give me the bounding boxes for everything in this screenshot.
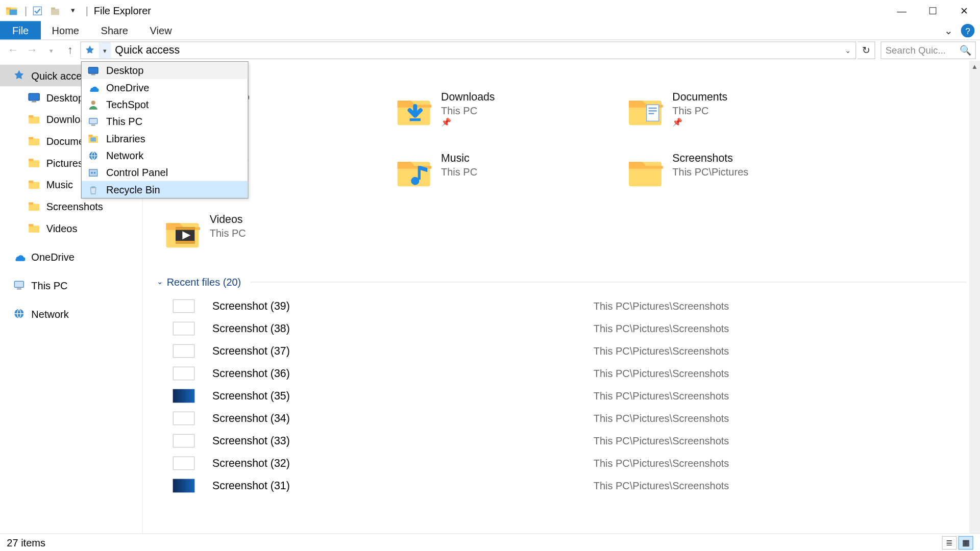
view-large-icons-button[interactable]: ▦ [958, 536, 973, 549]
frequent-folders-grid: Desktop This PC 📌 Downloads This PC 📌 Do… [163, 88, 912, 272]
svg-rect-27 [29, 160, 39, 167]
frequent-folder-documents[interactable]: Documents This PC 📌 [626, 88, 830, 149]
tab-share[interactable]: Share [90, 21, 139, 39]
dropdown-item-desktop[interactable]: Desktop [82, 62, 248, 79]
file-thumbnail [173, 299, 195, 313]
file-thumbnail [173, 321, 195, 335]
qat-customize-icon[interactable]: ▾ [65, 3, 80, 18]
status-item-count: 27 items [7, 537, 45, 548]
nav-forward-button[interactable]: → [23, 41, 41, 59]
maximize-button[interactable]: ☐ [917, 0, 948, 21]
address-dropdown-button[interactable]: ▾ [99, 42, 111, 59]
search-box[interactable]: Search Quic... 🔍 [880, 41, 976, 59]
qat-properties-icon[interactable] [30, 3, 45, 18]
network-icon [87, 149, 100, 162]
frequent-folder-downloads[interactable]: Downloads This PC 📌 [395, 88, 599, 149]
frequent-folder-screenshots[interactable]: Screenshots This PC\Pictures [626, 149, 830, 211]
svg-rect-36 [17, 288, 21, 290]
folder-icon [27, 156, 41, 169]
file-location: This PC\Pictures\Screenshots [594, 412, 729, 424]
file-location: This PC\Pictures\Screenshots [594, 480, 729, 491]
address-bar[interactable]: ▾ Quick access ⌄ DesktopOneDriveTechSpot… [80, 41, 856, 59]
svg-rect-34 [29, 224, 33, 227]
file-name: Screenshot (35) [212, 389, 594, 402]
frequent-folder-videos[interactable]: Videos This PC [163, 211, 368, 272]
dropdown-item-label: Network [106, 149, 143, 161]
network-icon [12, 307, 26, 320]
recent-file-row[interactable]: Screenshot (37) This PC\Pictures\Screens… [163, 339, 980, 362]
recent-file-row[interactable]: Screenshot (31) This PC\Pictures\Screens… [163, 474, 980, 496]
svg-rect-6 [88, 67, 98, 73]
recent-file-row[interactable]: Screenshot (36) This PC\Pictures\Screens… [163, 362, 980, 384]
recent-files-header[interactable]: ⌄ Recent files (20) [157, 276, 980, 288]
file-menu[interactable]: File [0, 21, 41, 39]
recent-file-row[interactable]: Screenshot (38) This PC\Pictures\Screens… [163, 317, 980, 339]
svg-rect-5 [51, 7, 55, 9]
qat-newfolder-icon[interactable] [47, 3, 62, 18]
address-history-button[interactable]: ⌄ [841, 46, 855, 55]
ribbon: File Home Share View ⌄ ? [0, 21, 980, 40]
recent-file-row[interactable]: Screenshot (35) This PC\Pictures\Screens… [163, 384, 980, 407]
frequent-folder-music[interactable]: Music This PC [395, 149, 599, 211]
folder-location: This PC\Pictures [672, 166, 748, 178]
ribbon-expand-button[interactable]: ⌄ [939, 21, 958, 39]
svg-rect-8 [91, 74, 95, 75]
minimize-button[interactable]: — [886, 0, 917, 21]
dropdown-item-onedrive[interactable]: OneDrive [82, 79, 248, 96]
file-name: Screenshot (34) [212, 412, 594, 424]
help-button[interactable]: ? [961, 24, 975, 38]
search-icon: 🔍 [960, 45, 971, 56]
svg-rect-11 [91, 124, 95, 126]
folder-icon [27, 199, 41, 213]
refresh-button[interactable]: ↻ [857, 41, 875, 59]
file-location: This PC\Pictures\Screenshots [594, 345, 729, 357]
dropdown-item-label: TechSpot [106, 98, 149, 110]
tab-view[interactable]: View [139, 21, 183, 39]
close-button[interactable]: ✕ [949, 0, 980, 21]
dropdown-item-recycle-bin[interactable]: Recycle Bin [82, 181, 248, 198]
svg-rect-14 [90, 137, 96, 141]
svg-rect-13 [88, 134, 92, 136]
vertical-scrollbar[interactable]: ▲ [969, 61, 980, 551]
nav-item-label: Desktop [46, 91, 84, 103]
dropdown-item-techspot[interactable]: TechSpot [82, 96, 248, 113]
nav-item-videos[interactable]: Videos [0, 217, 142, 239]
nav-up-button[interactable]: ↑ [61, 41, 79, 59]
address-row: ← → ▾ ↑ ▾ Quick access ⌄ DesktopOneDrive… [0, 40, 980, 61]
nav-item-network[interactable]: Network [0, 303, 142, 324]
svg-rect-19 [91, 186, 95, 188]
nav-item-this-pc[interactable]: This PC [0, 274, 142, 296]
dropdown-item-label: Control Panel [106, 167, 168, 179]
nav-item-label: Pictures [46, 157, 83, 168]
tab-home[interactable]: Home [41, 21, 90, 39]
address-dropdown[interactable]: DesktopOneDriveTechSpotThis PCLibrariesN… [81, 61, 249, 198]
file-thumbnail [173, 479, 195, 492]
svg-rect-23 [29, 117, 39, 124]
dropdown-item-this-pc[interactable]: This PC [82, 113, 248, 130]
star-icon [12, 69, 26, 83]
recent-file-row[interactable]: Screenshot (32) This PC\Pictures\Screens… [163, 452, 980, 474]
recent-file-row[interactable]: Screenshot (39) This PC\Pictures\Screens… [163, 294, 980, 317]
svg-rect-16 [89, 169, 97, 176]
nav-item-onedrive[interactable]: OneDrive [0, 245, 142, 267]
svg-rect-33 [29, 226, 39, 233]
nav-item-label: This PC [31, 279, 67, 291]
thispc-icon [12, 278, 26, 292]
recent-file-row[interactable]: Screenshot (33) This PC\Pictures\Screens… [163, 429, 980, 452]
recent-file-row[interactable]: Screenshot (34) This PC\Pictures\Screens… [163, 407, 980, 429]
file-name: Screenshot (38) [212, 322, 594, 334]
svg-rect-31 [29, 204, 39, 211]
scroll-up-icon[interactable]: ▲ [969, 61, 980, 71]
nav-history-button[interactable]: ▾ [42, 41, 60, 59]
dropdown-item-control-panel[interactable]: Control Panel [82, 164, 248, 181]
dropdown-item-libraries[interactable]: Libraries [82, 130, 248, 147]
view-details-button[interactable]: ≣ [942, 536, 957, 549]
dropdown-item-network[interactable]: Network [82, 147, 248, 164]
nav-back-button[interactable]: ← [4, 41, 22, 59]
folder-icon [27, 221, 41, 235]
folder-name: Screenshots [672, 153, 748, 165]
svg-rect-47 [649, 113, 654, 114]
onedrive-icon [87, 81, 100, 93]
file-name: Screenshot (33) [212, 434, 594, 446]
address-location[interactable]: Quick access [111, 44, 184, 57]
